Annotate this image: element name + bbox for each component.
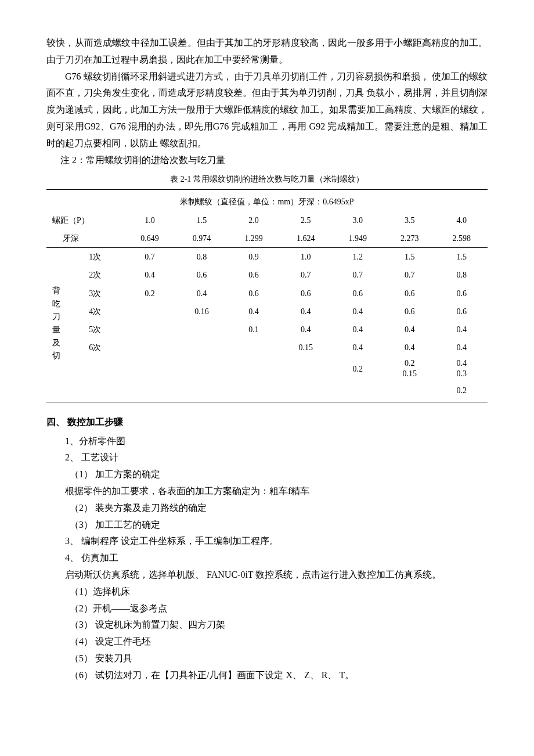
cell: 0.4 [331, 303, 384, 321]
section-4-title: 四、 数控加工步骤 [46, 414, 488, 431]
cell: 0.6 [228, 266, 280, 284]
side-label: 背吃刀量及切 [46, 248, 66, 399]
step-2-3: （3） 加工工艺的确定 [46, 517, 488, 534]
depth-val: 2.598 [435, 229, 488, 248]
pitch-val: 3.5 [384, 211, 436, 229]
cell: 0.4 [331, 321, 384, 339]
cell: 0.20.15 [384, 357, 436, 381]
step-2-1: （1） 加工方案的确定 [46, 466, 488, 483]
cell: 0.2 [331, 357, 384, 381]
pass-label: 5次 [66, 321, 124, 339]
depth-val: 1.949 [331, 229, 384, 248]
cell: 1.0 [280, 248, 332, 267]
cell: 0.7 [124, 248, 176, 267]
depth-val: 0.974 [176, 229, 228, 248]
table-caption: 表 2-1 常用螺纹切削的进给次数与吃刀量（米制螺纹） [46, 172, 488, 186]
cell: 0.6 [228, 285, 280, 303]
step-4-body: 启动斯沃仿真系统，选择单机版、 FANUC-0iT 数控系统，点击运行进入数控加… [46, 567, 488, 584]
cell: 0.4 [280, 303, 332, 321]
step-2: 2、 工艺设计 [46, 449, 488, 466]
cell [228, 381, 280, 399]
pitch-val: 4.0 [435, 211, 488, 229]
pass-row-1: 背吃刀量及切 1次 0.7 0.8 0.9 1.0 1.2 1.5 1.5 [46, 248, 488, 267]
cell: 0.6 [331, 285, 384, 303]
cell [228, 339, 280, 357]
depth-label: 牙深 [46, 229, 124, 248]
step-1: 1、分析零件图 [46, 433, 488, 450]
cell [124, 339, 176, 357]
depth-val: 1.624 [280, 229, 332, 248]
step-4-4: （4） 设定工件毛坯 [46, 633, 488, 650]
step-4-2: （2）开机——返参考点 [46, 600, 488, 617]
pass-row-5: 5次 0.1 0.4 0.4 0.4 0.4 [46, 321, 488, 339]
cell [280, 357, 332, 381]
cell: 0.6 [435, 285, 488, 303]
intro-p1: 较快，从而造成螺纹中径加工误差。但由于其加工的牙形精度较高，因此一般多用于小螺距… [46, 35, 488, 69]
table-header-note: 米制螺纹（直径值，单位：mm）牙深：0.6495xP [46, 195, 488, 209]
depth-val: 0.649 [124, 229, 176, 248]
thread-cut-table: 米制螺纹（直径值，单位：mm）牙深：0.6495xP 螺距（P） 1.0 1.5… [46, 189, 488, 402]
depth-val: 1.299 [228, 229, 280, 248]
pass-label: 1次 [66, 248, 124, 267]
pass-row-4: 4次 0.16 0.4 0.4 0.4 0.6 0.6 [46, 303, 488, 321]
step-2-2: （2） 装夹方案及走刀路线的确定 [46, 500, 488, 517]
cell: 0.7 [384, 266, 436, 284]
cell: 0.15 [280, 339, 332, 357]
cell: 0.4 [435, 321, 488, 339]
cell [124, 321, 176, 339]
cell [280, 381, 332, 399]
cell: 0.7 [331, 266, 384, 284]
cell: 0.7 [280, 266, 332, 284]
step-2-1-body: 根据零件的加工要求，各表面的加工方案确定为：粗车f精车 [46, 483, 488, 500]
cell: 0.1 [228, 321, 280, 339]
cell: 0.4 [228, 303, 280, 321]
cell [124, 357, 176, 381]
cell: 0.6 [435, 303, 488, 321]
cell: 0.4 [384, 339, 436, 357]
pass-row-extra-1: 0.2 0.20.15 0.40.3 [46, 357, 488, 381]
cell [176, 357, 228, 381]
pass-row-extra-2: 0.2 [46, 381, 488, 399]
step-4-6: （6） 试切法对刀，在【刀具补正/几何】画面下设定 X、 Z、 R、 T。 [46, 667, 488, 684]
cell: 0.4 [280, 321, 332, 339]
pass-label: 2次 [66, 266, 124, 284]
depth-row: 牙深 0.649 0.974 1.299 1.624 1.949 2.273 2… [46, 229, 488, 248]
cell: 1.5 [384, 248, 436, 267]
cell [124, 381, 176, 399]
cell: 0.40.3 [435, 357, 488, 381]
cell: 0.6 [280, 285, 332, 303]
cell [176, 381, 228, 399]
cell [124, 303, 176, 321]
cell: 1.5 [435, 248, 488, 267]
step-4-3: （3） 设定机床为前置刀架、四方刀架 [46, 617, 488, 633]
step-4-1: （1）选择机床 [46, 584, 488, 600]
cell [384, 381, 436, 399]
cell: 0.4 [384, 321, 436, 339]
step-4: 4、 仿真加工 [46, 550, 488, 567]
pitch-row: 螺距（P） 1.0 1.5 2.0 2.5 3.0 3.5 4.0 [46, 211, 488, 229]
cell: 0.16 [176, 303, 228, 321]
pass-row-2: 2次 0.4 0.6 0.6 0.7 0.7 0.7 0.8 [46, 266, 488, 284]
pass-row-6: 6次 0.15 0.4 0.4 0.4 [46, 339, 488, 357]
cell: 0.6 [384, 285, 436, 303]
pitch-val: 3.0 [331, 211, 384, 229]
cell [331, 381, 384, 399]
cell [176, 339, 228, 357]
depth-val: 2.273 [384, 229, 436, 248]
cell: 0.8 [176, 248, 228, 267]
pass-label: 3次 [66, 285, 124, 303]
pass-row-3: 3次 0.2 0.4 0.6 0.6 0.6 0.6 0.6 [46, 285, 488, 303]
cell [228, 357, 280, 381]
cell: 0.4 [124, 266, 176, 284]
intro-p2: G76 螺纹切削循环采用斜进式进刀方式， 由于刀具单刃切削工件，刀刃容易损伤和磨… [46, 69, 488, 152]
data-table: 螺距（P） 1.0 1.5 2.0 2.5 3.0 3.5 4.0 牙深 0.6… [46, 211, 488, 399]
pitch-val: 1.0 [124, 211, 176, 229]
cell: 0.4 [331, 339, 384, 357]
step-3: 3、 编制程序 设定工件坐标系，手工编制加工程序。 [46, 533, 488, 550]
cell: 1.2 [331, 248, 384, 267]
step-4-5: （5） 安装刀具 [46, 650, 488, 667]
note-2: 注 2：常用螺纹切削的进给次数与吃刀量 [46, 152, 488, 169]
pitch-val: 2.5 [280, 211, 332, 229]
pass-label: 4次 [66, 303, 124, 321]
cell: 0.8 [435, 266, 488, 284]
